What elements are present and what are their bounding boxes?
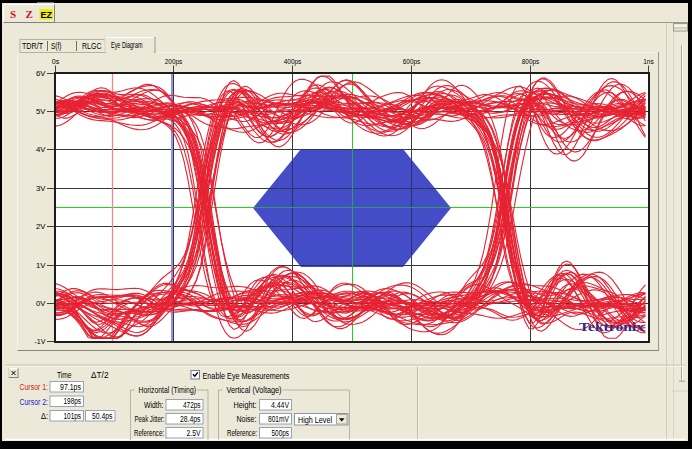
svg-text:600ps: 600ps [403,57,421,66]
svg-text:High Level: High Level [298,415,332,425]
svg-text:0s: 0s [52,57,60,66]
svg-text:1V: 1V [36,261,46,270]
svg-text:0V: 0V [36,299,46,308]
svg-text:S(f): S(f) [51,41,62,51]
svg-text:101ps: 101ps [64,411,82,421]
svg-text:5V: 5V [36,107,46,116]
svg-text:Tektronix: Tektronix [579,319,645,334]
svg-text:198ps: 198ps [64,396,82,406]
svg-text:28.4ps: 28.4ps [180,414,201,424]
svg-text:Time: Time [57,370,72,380]
svg-text:-1V: -1V [35,337,47,346]
svg-text:Noise:: Noise: [237,414,257,424]
svg-text:Peak Jitter:: Peak Jitter: [135,414,165,424]
svg-text:Vertical (Voltage): Vertical (Voltage) [227,385,282,395]
svg-text:Width:: Width: [144,400,164,410]
svg-text:Eye Diagram: Eye Diagram [111,40,143,50]
svg-text:EZ: EZ [41,10,53,20]
svg-text:4V: 4V [36,145,46,154]
svg-text:6V: 6V [36,69,46,78]
svg-text:4.44V: 4.44V [271,400,289,410]
svg-text:Reference:: Reference: [227,428,257,438]
svg-text:Cursor 2:: Cursor 2: [20,397,49,407]
svg-text:1ns: 1ns [643,57,654,66]
svg-text:Cursor 1:: Cursor 1: [20,382,49,392]
svg-text:S: S [10,8,16,20]
svg-text:800ps: 800ps [522,57,540,66]
svg-text:Enable Eye Measurements: Enable Eye Measurements [203,371,290,381]
svg-text:Reference:: Reference: [134,428,164,438]
svg-text:3V: 3V [36,184,46,193]
svg-text:2.5V: 2.5V [187,428,201,438]
svg-text:400ps: 400ps [284,57,302,66]
svg-text:97.1ps: 97.1ps [60,382,81,392]
svg-text:500ps: 500ps [272,428,290,438]
svg-text:801mV: 801mV [268,414,289,424]
svg-text:200ps: 200ps [165,57,183,66]
svg-text:Δ:: Δ: [41,411,48,421]
svg-text:ΔT/2: ΔT/2 [91,370,109,380]
svg-text:50.4ps: 50.4ps [92,411,113,421]
svg-text:Horizontal (Timing): Horizontal (Timing) [139,385,197,395]
svg-text:2V: 2V [36,222,46,231]
svg-text:TDR/T: TDR/T [22,41,43,51]
svg-text:472ps: 472ps [183,400,201,410]
svg-text:Height:: Height: [234,400,257,410]
svg-text:Z: Z [26,8,33,20]
svg-text:RLGC: RLGC [82,41,102,51]
